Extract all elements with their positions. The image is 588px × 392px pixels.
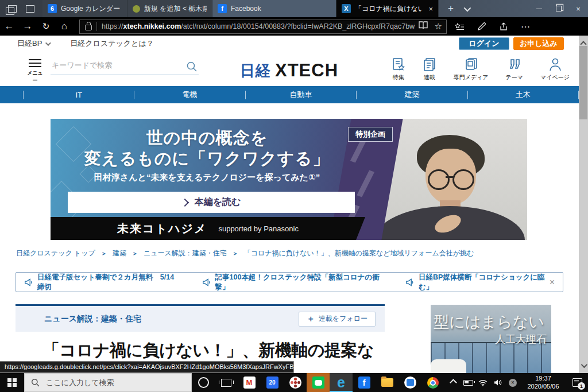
taskbar-search[interactable]: [24, 373, 192, 392]
notice-link-3[interactable]: 日経BP媒体横断「コロナショックに臨む」: [405, 273, 550, 292]
notice-link-1[interactable]: 日経電子版セット春割で２カ月無料 5/14締切: [24, 273, 178, 292]
battery-icon[interactable]: [461, 373, 475, 392]
side-ad-artificial-marble[interactable]: 型にはまらない 人工大理石: [431, 305, 551, 373]
hero-ad-banner[interactable]: 特別企画 世の中の概念を 変えるものに「ワクワクする」 田村淳さんと“未来を支え…: [51, 119, 527, 240]
article-category[interactable]: ニュース解説：建築・住宅: [44, 314, 141, 324]
favorites-hub-icon[interactable]: [455, 22, 465, 31]
breadcrumb-top[interactable]: 日経クロステック トップ: [16, 249, 95, 258]
address-bar[interactable]: https://xtech.nikkei.com/atcl/nxt/column…: [79, 20, 447, 34]
notice-bar: 日経電子版セット春割で２カ月無料 5/14締切 記事100本超！クロステック特設…: [16, 272, 563, 292]
logo-xtech: XTECH: [275, 60, 338, 81]
set-tabs-aside-icon[interactable]: [26, 5, 34, 13]
quick-rensai[interactable]: 連載: [423, 56, 436, 81]
search-input[interactable]: [51, 60, 173, 70]
special-badge: 特別企画: [348, 127, 393, 142]
scrollbar-thumb[interactable]: [579, 46, 587, 119]
tab-list-chevron-icon[interactable]: [463, 4, 471, 11]
edge-app-active[interactable]: e: [330, 373, 353, 392]
notice-close-icon[interactable]: ×: [550, 277, 555, 288]
forward-button[interactable]: →: [18, 17, 37, 36]
tab-preview-icon[interactable]: [8, 5, 17, 13]
toolbar-right-icons: ⋯: [455, 21, 531, 32]
tab-title: Facebook: [231, 5, 331, 13]
logo-nikkei: 日経: [240, 61, 271, 81]
nav-item-it[interactable]: IT: [24, 91, 134, 99]
follow-series-button[interactable]: ＋ 連載をフォロー: [299, 312, 376, 327]
nav-item-doboku[interactable]: 土木: [468, 90, 578, 100]
search-icon[interactable]: [186, 61, 198, 75]
favorite-star-icon[interactable]: ☆: [435, 21, 442, 32]
clock-time: 19:37: [520, 375, 566, 383]
new-tab-button[interactable]: +: [448, 3, 454, 14]
menu-button[interactable]: メニュー: [25, 59, 45, 84]
tab-close-icon[interactable]: ×: [426, 5, 433, 13]
megaphone-icon: [24, 278, 33, 286]
scroll-down-icon[interactable]: [581, 360, 586, 370]
page-scrollbar[interactable]: [579, 36, 588, 373]
tab-actions: [0, 0, 42, 17]
taskbar-search-input[interactable]: [45, 378, 173, 387]
banner-cta-button[interactable]: 本編を読む: [68, 192, 355, 213]
gmail-app[interactable]: M: [238, 373, 261, 392]
nav-item-kenchiku[interactable]: 建築: [357, 90, 467, 100]
quick-tokushu[interactable]: 特集: [392, 56, 405, 81]
reading-view-icon[interactable]: [419, 21, 428, 32]
breadcrumb-current[interactable]: 「コロナ禍に負けない！」、新機軸の提案など地域リフォーム会社が挑む: [244, 249, 474, 258]
start-button[interactable]: [0, 373, 24, 392]
nikkei-bp-label: 日経BP: [17, 38, 42, 49]
main-nav: IT 電機 自動車 建築 土木: [0, 86, 579, 103]
taskbar-clock[interactable]: 19:37 2020/05/06: [520, 375, 566, 391]
breadcrumb-category[interactable]: ニュース解説：建築・住宅: [144, 249, 227, 258]
nikkei-bp-menu[interactable]: 日経BP: [17, 38, 49, 49]
photos-app[interactable]: [284, 373, 307, 392]
tab-google-calendar[interactable]: 6 Google カレンダー - 2020年 5: [42, 0, 127, 17]
home-button[interactable]: ⌂: [55, 17, 74, 36]
cortana-button[interactable]: [192, 373, 215, 392]
more-menu-icon[interactable]: ⋯: [521, 21, 531, 32]
tab-map[interactable]: 新規 を追加 < 栃木県宇都宮: [127, 0, 212, 17]
volume-icon[interactable]: [490, 373, 505, 392]
notice-link-2[interactable]: 記事100本超！クロステック特設「新型コロナの衝撃」: [202, 273, 381, 292]
windows-taskbar: M 20 e f × 19:37 2020/05/06 1: [0, 373, 588, 392]
special-doc-star-icon: [392, 56, 405, 72]
follow-label: 連載をフォロー: [319, 314, 368, 324]
task-view-icon: [221, 379, 231, 387]
line-app[interactable]: [307, 373, 330, 392]
minimize-button[interactable]: [529, 0, 549, 17]
xtech-logo[interactable]: 日経 XTECH: [240, 60, 338, 81]
restore-button[interactable]: [549, 0, 568, 17]
calendar-app[interactable]: 20: [261, 373, 284, 392]
chrome-app[interactable]: [421, 373, 444, 392]
quick-theme[interactable]: テーマ: [506, 56, 523, 81]
nav-item-jidosha[interactable]: 自動車: [246, 90, 356, 100]
cta-label: 本編を読む: [195, 196, 241, 208]
task-view-button[interactable]: [215, 373, 238, 392]
back-button[interactable]: ←: [0, 17, 18, 36]
nav-item-denki[interactable]: 電機: [134, 90, 245, 100]
gmail-icon: M: [243, 377, 256, 389]
refresh-button[interactable]: ↻: [37, 17, 55, 36]
login-button[interactable]: ログイン: [459, 37, 509, 50]
blue-app[interactable]: [399, 373, 421, 392]
breadcrumb-kenchiku[interactable]: 建築: [113, 249, 126, 258]
url-path: /atcl/nxt/column/18/00154/00883/?fbclid=…: [181, 22, 415, 30]
annotate-pen-icon[interactable]: [477, 22, 486, 31]
url-text[interactable]: https://xtech.nikkei.com/atcl/nxt/column…: [102, 22, 415, 30]
glasses-icon: [428, 169, 450, 190]
tab-active-xtech[interactable]: X 「コロナ禍に負けない！」、新 ×: [336, 0, 439, 17]
quick-mypage[interactable]: マイページ: [540, 56, 570, 81]
quick-label: 連載: [423, 73, 436, 81]
chevron-down-icon: [45, 40, 51, 46]
tab-facebook[interactable]: f Facebook: [212, 0, 336, 17]
sync-error-icon[interactable]: ×: [505, 373, 520, 392]
quick-media[interactable]: 専門メディア: [454, 56, 489, 81]
action-center-button[interactable]: 1: [566, 373, 588, 392]
hidden-icons-chevron[interactable]: [446, 373, 461, 392]
about-xtech-link[interactable]: 日経クロステックとは？: [70, 38, 153, 49]
wifi-icon[interactable]: [475, 373, 490, 392]
close-button[interactable]: ×: [568, 0, 588, 17]
file-explorer-app[interactable]: [376, 373, 399, 392]
share-icon[interactable]: [499, 22, 508, 31]
signup-button[interactable]: お申し込み: [513, 37, 564, 50]
facebook-app[interactable]: f: [353, 373, 376, 392]
